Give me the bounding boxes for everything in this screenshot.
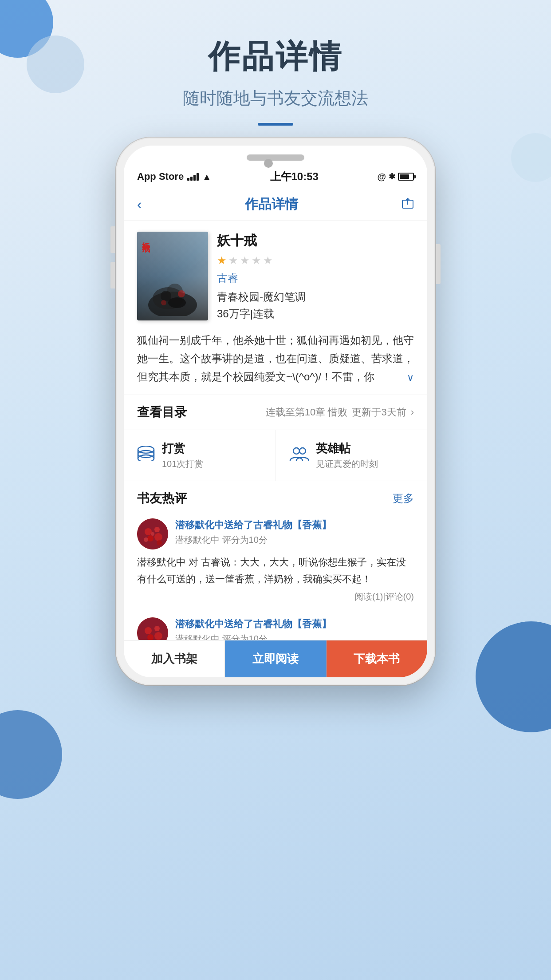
wifi-icon: ▲ bbox=[202, 172, 211, 182]
rating-stars: ★ ★ ★ ★ ★ bbox=[217, 254, 414, 267]
star-3: ★ bbox=[240, 254, 250, 267]
bottom-action-bar: 加入书架 立即阅读 下载本书 bbox=[124, 640, 427, 677]
expand-icon[interactable]: ∨ bbox=[407, 369, 414, 386]
review-meta: 潜移默化中送给了古睿礼物【香蕉】 潜移默化中 评分为10分 bbox=[175, 518, 414, 546]
hero-icon bbox=[289, 447, 309, 465]
phone-outer: App Store ▲ 上午10:53 @ ✱ bbox=[116, 138, 435, 685]
power-button bbox=[436, 244, 441, 284]
volume-up-button bbox=[110, 226, 115, 253]
svg-point-6 bbox=[168, 297, 186, 308]
content-area: 妖十戒 bbox=[124, 221, 427, 677]
reward-title: 打赏 bbox=[162, 441, 203, 456]
time-display: 上午10:53 bbox=[270, 170, 319, 184]
bluetooth-icon: ✱ bbox=[389, 172, 395, 182]
book-genre: 青春校园-魔幻笔调 bbox=[217, 290, 414, 304]
catalog-info: 连载至第10章 惜败 更新于3天前 › bbox=[266, 406, 414, 419]
svg-point-19 bbox=[145, 528, 152, 535]
svg-point-20 bbox=[154, 527, 160, 532]
reward-icon bbox=[137, 446, 155, 465]
reviews-more-button[interactable]: 更多 bbox=[393, 491, 414, 506]
star-5: ★ bbox=[263, 254, 273, 267]
add-shelf-button[interactable]: 加入书架 bbox=[124, 640, 225, 677]
book-description: 狐仙祠一别成千年，他杀她十世；狐仙祠再遇如初见，他守她一生。这个故事讲的是道，也… bbox=[124, 332, 427, 395]
catalog-arrow: › bbox=[411, 407, 414, 418]
status-bar: App Store ▲ 上午10:53 @ ✱ bbox=[124, 165, 427, 188]
back-button[interactable]: ‹ bbox=[137, 196, 142, 213]
svg-point-25 bbox=[151, 532, 154, 536]
catalog-chapter: 连载至第10章 惜败 bbox=[266, 406, 348, 419]
catalog-update: 更新于3天前 bbox=[352, 406, 406, 419]
book-author[interactable]: 古睿 bbox=[217, 271, 414, 285]
book-info-section: 妖十戒 bbox=[124, 221, 427, 332]
hero-text: 英雄帖 见证真爱的时刻 bbox=[316, 441, 378, 470]
hero-sub: 见证真爱的时刻 bbox=[316, 458, 378, 470]
reviewer-avatar bbox=[137, 518, 168, 549]
avatar-image bbox=[137, 518, 168, 549]
svg-point-22 bbox=[154, 533, 162, 541]
review-item: 潜移默化中送给了古睿礼物【香蕉】 潜移默化中 评分为10分 潜移默化中 对 古睿… bbox=[124, 511, 427, 610]
actions-row: 打赏 101次打赏 bbox=[124, 430, 427, 481]
reward-count: 101次打赏 bbox=[162, 458, 203, 470]
review-footer: 阅读(1)|评论(0) bbox=[137, 591, 414, 603]
navigation-bar: ‹ 作品详情 bbox=[124, 188, 427, 221]
svg-point-23 bbox=[144, 537, 148, 542]
hero-title: 英雄帖 bbox=[316, 441, 378, 456]
read-now-button[interactable]: 立即阅读 bbox=[225, 640, 326, 677]
review-body: 潜移默化中 对 古睿说：大大，大大，听说你想生猴子，实在没有什么可送的，送一筐香… bbox=[137, 554, 414, 587]
svg-point-16 bbox=[293, 448, 299, 454]
svg-point-8 bbox=[161, 300, 166, 305]
reward-text: 打赏 101次打赏 bbox=[162, 441, 203, 470]
reward-action[interactable]: 打赏 101次打赏 bbox=[124, 430, 276, 481]
hero-action[interactable]: 英雄帖 见证真爱的时刻 bbox=[276, 430, 428, 481]
cover-title-text: 妖十戒 bbox=[141, 236, 151, 239]
battery-icon bbox=[398, 173, 414, 181]
svg-point-7 bbox=[178, 290, 185, 297]
book-meta: 36万字|连载 bbox=[217, 307, 414, 321]
signal-icon bbox=[187, 173, 199, 181]
phone-mockup: App Store ▲ 上午10:53 @ ✱ bbox=[116, 138, 435, 685]
svg-point-28 bbox=[154, 626, 160, 631]
catalog-label: 查看目录 bbox=[137, 404, 187, 421]
book-cover: 妖十戒 bbox=[137, 232, 208, 320]
svg-point-17 bbox=[299, 448, 306, 454]
star-1: ★ bbox=[217, 254, 227, 267]
book-cover-image: 妖十戒 bbox=[137, 232, 208, 320]
volume-down-button bbox=[110, 262, 115, 288]
svg-point-21 bbox=[147, 535, 153, 541]
download-button[interactable]: 下载本书 bbox=[327, 640, 427, 677]
phone-screen: App Store ▲ 上午10:53 @ ✱ bbox=[124, 146, 427, 677]
page-title: 作品详情 bbox=[0, 36, 551, 78]
catalog-row[interactable]: 查看目录 连载至第10章 惜败 更新于3天前 › bbox=[124, 395, 427, 430]
bg-decoration-5 bbox=[476, 621, 551, 732]
share-button[interactable] bbox=[401, 197, 414, 212]
front-camera bbox=[264, 159, 273, 168]
review-title[interactable]: 潜移默化中送给了古睿礼物【香蕉】 bbox=[175, 518, 414, 532]
phone-top-area bbox=[124, 146, 427, 165]
review-title-2[interactable]: 潜移默化中送给了古睿礼物【香蕉】 bbox=[175, 617, 414, 631]
review-header: 潜移默化中送给了古睿礼物【香蕉】 潜移默化中 评分为10分 bbox=[137, 518, 414, 549]
reviews-title: 书友热评 bbox=[137, 490, 187, 507]
nav-title: 作品详情 bbox=[245, 195, 298, 213]
page-header: 作品详情 随时随地与书友交流想法 bbox=[0, 0, 551, 126]
book-title: 妖十戒 bbox=[217, 232, 414, 250]
book-details: 妖十戒 ★ ★ ★ ★ ★ 古睿 青春校园-魔幻笔调 36万字|连载 bbox=[217, 232, 414, 321]
svg-point-24 bbox=[157, 540, 162, 545]
location-icon: @ bbox=[377, 172, 386, 182]
speaker-grille bbox=[247, 154, 304, 161]
star-4: ★ bbox=[252, 254, 261, 267]
status-left: App Store ▲ bbox=[137, 171, 211, 182]
header-divider bbox=[258, 123, 293, 126]
page-subtitle: 随时随地与书友交流想法 bbox=[0, 87, 551, 110]
bg-decoration-3 bbox=[511, 133, 551, 182]
cover-art bbox=[146, 272, 199, 316]
svg-point-30 bbox=[154, 632, 162, 640]
svg-point-27 bbox=[145, 627, 152, 634]
status-right: @ ✱ bbox=[377, 172, 414, 182]
reviews-header: 书友热评 更多 bbox=[124, 481, 427, 511]
bg-decoration-4 bbox=[0, 710, 62, 799]
review-user: 潜移默化中 评分为10分 bbox=[175, 534, 414, 546]
description-text: 狐仙祠一别成千年，他杀她十世；狐仙祠再遇如初见，他守她一生。这个故事讲的是道，也… bbox=[137, 334, 414, 383]
star-2: ★ bbox=[228, 254, 238, 267]
carrier-label: App Store bbox=[137, 171, 184, 182]
